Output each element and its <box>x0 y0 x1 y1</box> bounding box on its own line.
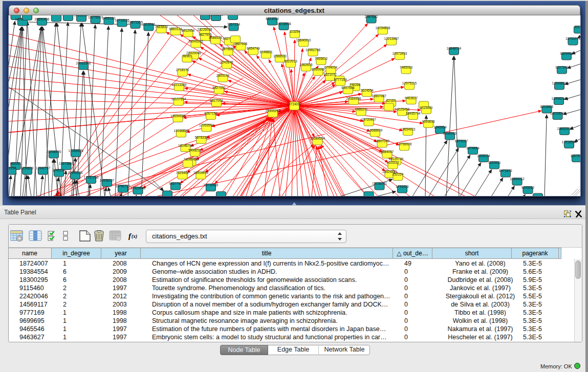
svg-text:11173: 11173 <box>574 25 580 29</box>
svg-text:19166829: 19166829 <box>174 129 189 133</box>
svg-text:8912954: 8912954 <box>182 29 195 32</box>
svg-text:19975867: 19975867 <box>59 162 74 165</box>
svg-text:12923448: 12923448 <box>130 186 145 190</box>
svg-text:16046798: 16046798 <box>178 144 193 147</box>
svg-text:8427552: 8427552 <box>212 86 226 90</box>
svg-text:1615112: 1615112 <box>386 161 399 164</box>
svg-text:1362615: 1362615 <box>299 63 313 67</box>
svg-text:15136141: 15136141 <box>372 182 387 185</box>
svg-text:39154: 39154 <box>9 166 16 170</box>
svg-text:12353594: 12353594 <box>199 123 214 127</box>
svg-text:17957255: 17957255 <box>84 176 99 179</box>
svg-text:10655287: 10655287 <box>74 15 89 17</box>
svg-text:1156829: 1156829 <box>21 166 34 170</box>
svg-text:19384554: 19384554 <box>310 137 325 140</box>
svg-text:8817004: 8817004 <box>210 99 223 102</box>
svg-text:1621072: 1621072 <box>323 73 337 76</box>
svg-text:9777169: 9777169 <box>334 78 347 81</box>
svg-text:2087682: 2087682 <box>365 15 378 18</box>
svg-text:25300293: 25300293 <box>266 109 280 113</box>
svg-text:10719155: 10719155 <box>115 18 129 22</box>
svg-text:16120746: 16120746 <box>389 157 404 161</box>
svg-text:1167533: 1167533 <box>571 154 580 158</box>
svg-text:12942757: 12942757 <box>36 166 51 170</box>
svg-text:9242848: 9242848 <box>220 60 233 64</box>
svg-text:19654923: 19654923 <box>401 127 416 131</box>
svg-text:2803144: 2803144 <box>216 74 230 77</box>
svg-text:12975115: 12975115 <box>402 81 417 85</box>
svg-text:8813054: 8813054 <box>266 17 279 20</box>
svg-text:9115460: 9115460 <box>420 106 433 110</box>
svg-text:9463627: 9463627 <box>405 96 418 100</box>
svg-text:9474444: 9474444 <box>466 146 480 150</box>
svg-text:16782759: 16782759 <box>116 184 130 188</box>
svg-text:5498222: 5498222 <box>188 148 202 152</box>
svg-text:10973493: 10973493 <box>393 52 407 55</box>
svg-text:15692971: 15692971 <box>557 127 572 130</box>
svg-text:62160: 62160 <box>386 99 396 102</box>
svg-text:1640954: 1640954 <box>433 125 447 129</box>
svg-text:20691406: 20691406 <box>35 17 50 21</box>
svg-text:20053346: 20053346 <box>76 61 91 65</box>
svg-text:12905135: 12905135 <box>68 171 83 174</box>
svg-text:15640910: 15640910 <box>296 38 311 42</box>
svg-text:98961: 98961 <box>182 54 191 58</box>
svg-text:10807487: 10807487 <box>372 94 386 98</box>
svg-text:17016504: 17016504 <box>562 140 577 144</box>
svg-text:(x): (x) <box>132 234 137 239</box>
svg-text:12213987: 12213987 <box>384 37 399 40</box>
svg-text:9860124: 9860124 <box>169 27 182 31</box>
svg-text:8454749: 8454749 <box>247 47 260 50</box>
svg-text:9245652: 9245652 <box>521 186 535 189</box>
svg-text:8186328: 8186328 <box>209 36 222 39</box>
svg-text:8322013: 8322013 <box>284 59 297 63</box>
svg-text:10671355: 10671355 <box>128 20 143 24</box>
svg-text:10958107: 10958107 <box>100 179 115 182</box>
svg-text:17359928: 17359928 <box>69 149 83 152</box>
svg-text:16033809: 16033809 <box>209 15 224 16</box>
svg-text:8267150: 8267150 <box>204 112 217 115</box>
svg-text:7986372: 7986372 <box>355 107 368 111</box>
svg-text:5878332: 5878332 <box>195 136 208 139</box>
svg-text:6897568: 6897568 <box>341 86 355 90</box>
svg-text:3875685: 3875685 <box>222 47 235 51</box>
svg-text:12093852: 12093852 <box>552 81 567 85</box>
svg-text:18495794: 18495794 <box>406 112 421 115</box>
svg-text:7663822: 7663822 <box>155 25 168 29</box>
svg-text:9146821: 9146821 <box>259 50 273 54</box>
svg-text:7955812: 7955812 <box>315 57 328 60</box>
svg-text:6794024: 6794024 <box>324 65 338 69</box>
svg-text:12444194: 12444194 <box>552 97 567 100</box>
svg-text:985061: 985061 <box>10 162 21 165</box>
svg-text:19756928: 19756928 <box>397 142 412 146</box>
svg-text:10688609: 10688609 <box>368 128 383 132</box>
svg-text:18724007: 18724007 <box>287 102 302 106</box>
svg-text:15720407: 15720407 <box>361 118 376 121</box>
svg-text:10654112: 10654112 <box>510 177 525 181</box>
svg-text:12213389: 12213389 <box>172 83 187 86</box>
svg-text:16210643: 16210643 <box>550 112 565 115</box>
svg-text:2867608: 2867608 <box>234 42 248 46</box>
svg-text:8471676: 8471676 <box>499 169 512 172</box>
svg-text:6466160: 6466160 <box>102 16 116 20</box>
svg-text:20206576: 20206576 <box>47 150 61 154</box>
svg-text:19654925: 19654925 <box>170 114 185 118</box>
svg-text:16543382: 16543382 <box>188 39 203 43</box>
svg-text:8215955: 8215955 <box>540 105 554 108</box>
svg-text:15716485: 15716485 <box>204 183 219 187</box>
svg-text:2935114: 2935114 <box>477 154 490 158</box>
svg-text:16107554: 16107554 <box>171 97 186 101</box>
svg-text:19218506: 19218506 <box>276 22 291 26</box>
svg-text:18807249: 18807249 <box>375 139 389 143</box>
svg-text:7625402: 7625402 <box>176 171 189 174</box>
svg-text:5938923: 5938923 <box>443 132 456 135</box>
svg-text:1588520: 1588520 <box>273 54 287 58</box>
svg-text:10961758: 10961758 <box>306 48 320 52</box>
svg-text:9657791: 9657791 <box>169 182 182 185</box>
svg-text:15751074: 15751074 <box>565 37 580 40</box>
svg-text:15276027: 15276027 <box>88 15 103 19</box>
svg-text:3624554: 3624554 <box>360 89 374 92</box>
svg-text:16648784: 16648784 <box>447 47 462 50</box>
svg-text:7357224: 7357224 <box>227 23 241 26</box>
svg-text:9227342: 9227342 <box>555 65 569 69</box>
